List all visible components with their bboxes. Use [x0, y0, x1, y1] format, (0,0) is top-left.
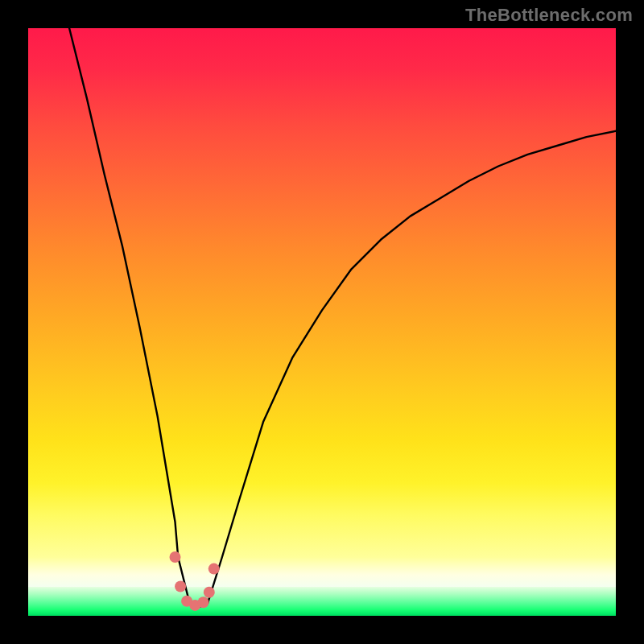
curve-layer [28, 28, 616, 616]
plot-area [28, 28, 616, 616]
curve-marker [175, 581, 186, 592]
bottleneck-curve [69, 28, 616, 607]
curve-marker [208, 564, 220, 575]
watermark-text: TheBottleneck.com [465, 5, 633, 26]
curve-marker [198, 597, 209, 608]
marker-group [170, 551, 220, 611]
curve-marker [170, 551, 181, 563]
curve-marker [204, 587, 215, 598]
chart-frame: TheBottleneck.com [0, 0, 644, 644]
